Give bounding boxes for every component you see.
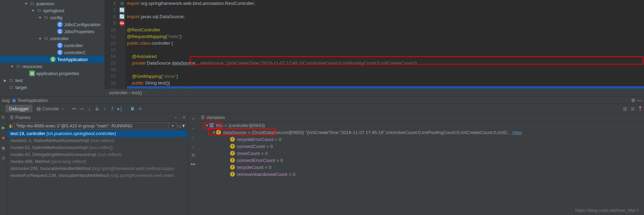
mute-breakpoints-icon[interactable]: ⊘: [1, 155, 5, 161]
variable-row[interactable]: ▼fdataSource = {DruidDataSource@5650} "{…: [198, 129, 644, 136]
view-breakpoints-icon[interactable]: ◉: [1, 145, 5, 150]
stack-frame[interactable]: invoke:498, Method (java.lang.reflect): [7, 158, 188, 165]
frames-list[interactable]: test:19, controller (cn.yuanxion.springb…: [7, 130, 188, 215]
gear-icon[interactable]: ⚙: [631, 98, 635, 103]
step-out-icon[interactable]: ↑: [101, 105, 108, 112]
step-into-icon[interactable]: ↓: [85, 105, 93, 112]
debug-toolbar: Debugger ▤ Console →· ↦ ⤻ ↓ ⇊ ↑ ⤴ ▸│ 🖩 ≋…: [0, 104, 644, 113]
remove-watch-icon[interactable]: －: [191, 125, 196, 132]
filter-icon[interactable]: ▼: [181, 123, 186, 128]
console-icon: ▤: [37, 106, 41, 111]
run-config-icon: ▣: [12, 98, 16, 103]
tree-item-config[interactable]: ▼🗀config: [0, 14, 105, 21]
stop-icon[interactable]: ■: [2, 135, 5, 140]
tree-item-jdbcproperties[interactable]: CJdbcProperties: [0, 28, 105, 35]
show-watches-icon[interactable]: 👓: [190, 162, 196, 167]
variable-row[interactable]: frecycleCount = 0: [198, 164, 644, 171]
add-watch-icon[interactable]: ＋: [191, 116, 196, 122]
tree-item-controller[interactable]: Ccontroller: [0, 42, 105, 49]
debug-toolwindow-header[interactable]: bug ▣ TestApplication ⚙ —: [0, 96, 644, 104]
restore-layout-icon[interactable]: ⊞: [629, 105, 636, 112]
evaluate-expression-icon[interactable]: 🖩: [129, 105, 136, 112]
stack-frame[interactable]: invoke:62, NativeMethodAccessorImpl (sun…: [7, 144, 188, 151]
variables-tree[interactable]: ▼this = {controller@5643}▼fdataSource = …: [198, 122, 644, 215]
rerun-icon[interactable]: ↻: [1, 115, 5, 120]
debug-label: bug: [2, 98, 10, 103]
variable-row[interactable]: fconnectCount = 0: [198, 143, 644, 150]
thread-dropdown-icon[interactable]: ≡: [180, 115, 188, 120]
tree-item-springboot[interactable]: ▼🗀springboot: [0, 7, 105, 14]
debug-run-config-name: TestApplication: [17, 98, 48, 103]
tree-item-testapplication[interactable]: CTestApplication: [0, 56, 105, 63]
variable-row[interactable]: fcloseCount = 0: [198, 150, 644, 157]
tree-item-application-properties[interactable]: ▤application.properties: [0, 70, 105, 77]
frames-title: ☰: [10, 115, 14, 120]
tree-item-test[interactable]: ▶🗀test: [0, 77, 105, 84]
show-execution-point-icon[interactable]: ↦: [70, 105, 78, 112]
pin-icon[interactable]: 📍: [636, 105, 644, 112]
thread-selector[interactable]: "http-nio-8080-exec-1"@5,410 in group "m…: [14, 123, 169, 129]
tree-item-resources[interactable]: ▼🗀resources: [0, 63, 105, 70]
watch-down-icon[interactable]: ↓: [192, 144, 194, 149]
stack-frame[interactable]: invoke:43, DelegatingMethodAccessorImpl …: [7, 151, 188, 158]
drop-frame-icon[interactable]: ⤴: [108, 105, 116, 112]
variable-row[interactable]: fconnectErrorCount = 0: [198, 157, 644, 164]
frames-pane: ☰ Frames ← ≡ ◐ "http-nio-8080-exec-1"@5,…: [7, 113, 188, 215]
gutter-line-numbers: 678910111213141516171819: [105, 0, 118, 96]
tab-console[interactable]: ▤ Console →·: [33, 105, 69, 112]
debug-side-toolbar: ↻ ▶ ■ ◉ ⊘: [0, 113, 7, 215]
stack-frame[interactable]: invoke0:-1, NativeMethodAccessorImpl (su…: [7, 137, 188, 144]
stack-frame[interactable]: test:19, controller (cn.yuanxion.springb…: [7, 130, 188, 137]
layout-icon[interactable]: ▥: [621, 105, 629, 112]
variable-row[interactable]: frecycleErrorCount = 0: [198, 136, 644, 143]
tree-item-target[interactable]: 🗀target: [0, 84, 105, 91]
code-area[interactable]: import org.springframework.web.bind.anno…: [125, 0, 644, 96]
tree-item-controller[interactable]: ▼🗀controller: [0, 35, 105, 42]
run-to-cursor-icon[interactable]: ▸│: [116, 105, 124, 112]
gutter-icons: ⊖🔄🔄⛔: [118, 0, 125, 96]
tree-item-yuanxion[interactable]: ▼🗀yuanxion: [0, 0, 105, 7]
tree-item-controller2[interactable]: Ccontroller2: [0, 49, 105, 56]
stack-frame[interactable]: invokeForRequest:136, InvocableHandlerMe…: [7, 172, 188, 179]
copy-watch-icon[interactable]: ⧉: [192, 153, 195, 158]
project-tree[interactable]: ▼🗀yuanxion▼🗀springboot▼🗀configCJdbcConfi…: [0, 0, 105, 96]
trace-icon[interactable]: ≋: [136, 105, 144, 112]
force-step-into-icon[interactable]: ⇊: [93, 105, 101, 112]
step-over-icon[interactable]: ⤻: [78, 105, 85, 112]
variable-row[interactable]: fremoveAbandonedCount = 0: [198, 171, 644, 178]
tree-item-jdbcconfiguration[interactable]: CJdbcConfiguration: [0, 21, 105, 28]
variable-row[interactable]: ▼this = {controller@5643}: [198, 122, 644, 129]
stack-frame[interactable]: doInvoke:209, InvocableHandlerMethod (or…: [7, 165, 188, 172]
tab-debugger[interactable]: Debugger: [6, 105, 32, 112]
breadcrumbs[interactable]: controller › test(): [105, 89, 644, 96]
prev-frame-icon[interactable]: ←: [172, 115, 180, 120]
thread-state-icon: ◐: [9, 123, 13, 128]
code-editor[interactable]: 678910111213141516171819 ⊖🔄🔄⛔ import org…: [105, 0, 644, 96]
variables-pane: ☰ Variables ▼this = {controller@5643}▼fd…: [198, 113, 644, 215]
minimize-icon[interactable]: —: [637, 98, 642, 103]
resume-icon[interactable]: ▶: [2, 125, 5, 130]
watch-up-icon[interactable]: ↑: [192, 135, 194, 140]
thread-dropdown-button[interactable]: ▼: [169, 123, 177, 129]
variables-side-toolbar: ＋ － ↑ ↓ ⧉ 👓: [188, 113, 198, 215]
